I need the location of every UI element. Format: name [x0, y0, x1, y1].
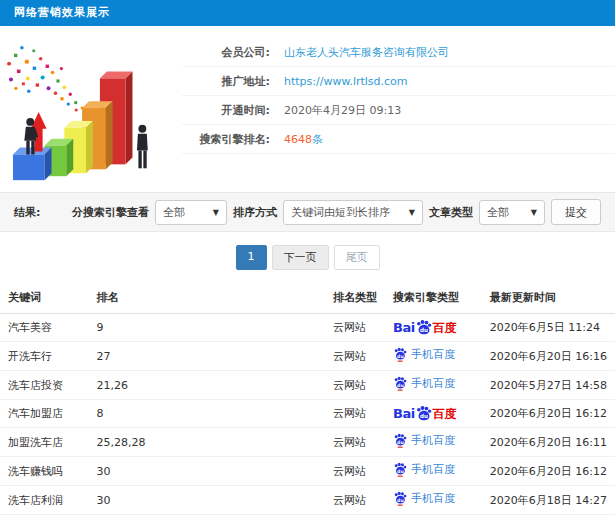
keyword-cell: 洗车店利润	[0, 486, 89, 515]
company-name-link[interactable]: 山东老人头汽车服务咨询有限公司	[284, 45, 449, 60]
sort-value: 关键词由短到长排序	[291, 205, 390, 220]
open-time-value: 2020年4月29日 09:13	[284, 103, 401, 118]
updated-cell: 2020年6月20日 16:16	[482, 342, 615, 371]
baidu-paw-icon: du	[415, 405, 432, 422]
table-row: 洗车赚钱吗30云网站du手机百度2020年6月20日 16:12	[0, 457, 615, 486]
baidu-paw-icon: du	[393, 433, 407, 448]
engine-cell: du手机百度	[385, 428, 482, 457]
page-1-button[interactable]: 1	[236, 245, 267, 270]
page-title: 网络营销效果展示	[14, 6, 110, 19]
chevron-down-icon: ▼	[213, 208, 219, 217]
rank-type-cell: 云网站	[325, 428, 385, 457]
promo-url-label: 推广地址:	[182, 74, 270, 89]
article-type-select[interactable]: 全部 ▼	[479, 200, 545, 225]
baidu-paw-icon: du	[415, 319, 432, 336]
article-type-value: 全部	[487, 205, 509, 220]
mobile-baidu-label: 手机百度	[411, 464, 455, 475]
mobile-baidu-icon: du手机百度	[393, 433, 455, 448]
engine-cell: Baidu百度	[385, 314, 482, 342]
mobile-baidu-label: 手机百度	[411, 349, 455, 360]
submit-button[interactable]: 提交	[551, 199, 601, 225]
table-row: 洗车店加盟3云网站Baidu百度2020年6月18日 14:30	[0, 515, 615, 520]
confetti-dots	[7, 46, 84, 112]
company-label: 会员公司:	[182, 45, 270, 60]
businessman-right	[137, 125, 148, 168]
keyword-cell: 洗车赚钱吗	[0, 457, 89, 486]
table-row: 加盟洗车店25,28,28云网站du手机百度2020年6月20日 16:11	[0, 428, 615, 457]
rank-cell[interactable]: 30	[89, 457, 325, 486]
rank-type-cell: 云网站	[325, 400, 385, 428]
mobile-baidu-icon: du手机百度	[393, 462, 455, 477]
rank-cell[interactable]: 9	[89, 314, 325, 342]
last-page-button[interactable]: 尾页	[334, 245, 380, 270]
sort-label: 排序方式	[233, 205, 277, 220]
svg-text:du: du	[397, 498, 404, 503]
growth-bars-graphic	[0, 34, 182, 192]
mobile-baidu-icon: du手机百度	[393, 347, 455, 362]
svg-text:du: du	[420, 327, 428, 333]
svg-text:du: du	[397, 440, 404, 445]
column-header-keyword: 关键词	[0, 281, 89, 314]
rank-type-cell: 云网站	[325, 371, 385, 400]
column-header-rank: 排名	[89, 281, 325, 314]
updated-cell: 2020年6月20日 16:12	[482, 400, 615, 428]
column-header-engine-type: 搜索引擎类型	[385, 281, 482, 314]
rank-type-cell: 云网站	[325, 515, 385, 520]
rank-cell[interactable]: 3	[89, 515, 325, 520]
rank-cell[interactable]: 27	[89, 342, 325, 371]
rank-type-cell: 云网站	[325, 457, 385, 486]
baidu-paw-icon: du	[393, 462, 407, 477]
svg-text:du: du	[420, 413, 428, 419]
info-row-company: 会员公司: 山东老人头汽车服务咨询有限公司	[182, 38, 615, 67]
rank-cell[interactable]: 21,26	[89, 371, 325, 400]
rank-cell[interactable]: 25,28,28	[89, 428, 325, 457]
engine-filter-label: 分搜索引擎查看	[72, 205, 149, 220]
table-row: 开洗车行27云网站du手机百度2020年6月20日 16:16	[0, 342, 615, 371]
keyword-cell: 汽车美容	[0, 314, 89, 342]
baidu-paw-icon: du	[393, 347, 407, 362]
bar-chart-illustration	[0, 34, 182, 192]
sort-select[interactable]: 关键词由短到长排序 ▼	[283, 200, 423, 225]
keyword-cell: 洗车店投资	[0, 371, 89, 400]
updated-cell: 2020年6月5日 11:24	[482, 314, 615, 342]
rank-cell[interactable]: 8	[89, 400, 325, 428]
updated-cell: 2020年6月18日 14:27	[482, 486, 615, 515]
article-type-label: 文章类型	[429, 205, 473, 220]
filter-controls: 分搜索引擎查看 全部 ▼ 排序方式 关键词由短到长排序 ▼ 文章类型 全部 ▼ …	[72, 199, 601, 225]
result-label: 结果:	[14, 205, 40, 220]
info-row-rank-count: 搜索引擎排名: 4648条	[182, 125, 615, 154]
rank-type-cell: 云网站	[325, 314, 385, 342]
chevron-down-icon: ▼	[531, 208, 537, 217]
rank-cell[interactable]: 30	[89, 486, 325, 515]
updated-cell: 2020年5月27日 14:58	[482, 371, 615, 400]
engine-cell: Baidu百度	[385, 400, 482, 428]
mobile-baidu-label: 手机百度	[411, 435, 455, 446]
baidu-paw-icon: du	[393, 491, 407, 506]
next-page-button[interactable]: 下一页	[272, 245, 329, 270]
keyword-cell: 汽车加盟店	[0, 400, 89, 428]
table-row: 洗车店投资21,26云网站du手机百度2020年5月27日 14:58	[0, 371, 615, 400]
engine-cell: Baidu百度	[385, 515, 482, 520]
engine-filter-select[interactable]: 全部 ▼	[155, 200, 227, 225]
svg-text:du: du	[397, 469, 404, 474]
rank-type-cell: 云网站	[325, 342, 385, 371]
page-header: 网络营销效果展示	[0, 0, 615, 26]
rank-count-value: 4648条	[284, 132, 323, 147]
company-info-section: 会员公司: 山东老人头汽车服务咨询有限公司 推广地址: https://www.…	[0, 26, 615, 192]
engine-cell: du手机百度	[385, 342, 482, 371]
chevron-down-icon: ▼	[409, 208, 415, 217]
table-row: 汽车加盟店8云网站Baidu百度2020年6月20日 16:12	[0, 400, 615, 428]
mobile-baidu-label: 手机百度	[411, 493, 455, 504]
column-header-rank-type: 排名类型	[325, 281, 385, 314]
updated-cell: 2020年6月20日 16:12	[482, 457, 615, 486]
keyword-cell: 洗车店加盟	[0, 515, 89, 520]
engine-cell: du手机百度	[385, 371, 482, 400]
rank-type-cell: 云网站	[325, 486, 385, 515]
info-row-open-time: 开通时间: 2020年4月29日 09:13	[182, 96, 615, 125]
page: 网络营销效果展示	[0, 0, 615, 520]
engine-filter-value: 全部	[163, 205, 185, 220]
column-header-updated: 最新更新时间	[482, 281, 615, 314]
engine-cell: du手机百度	[385, 457, 482, 486]
promo-url-link[interactable]: https://www.lrtlsd.com	[284, 75, 408, 88]
info-row-url: 推广地址: https://www.lrtlsd.com	[182, 67, 615, 96]
